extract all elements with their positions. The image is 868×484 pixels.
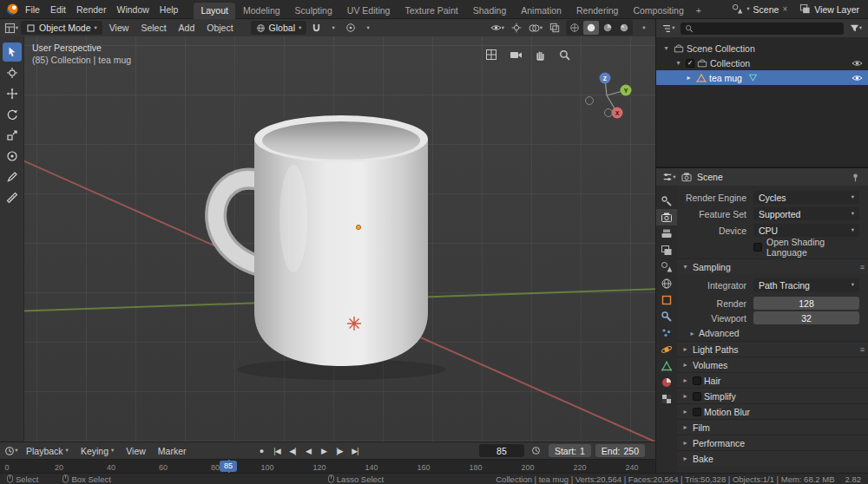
show-overlays-dropdown[interactable]: ▾ bbox=[528, 20, 543, 36]
tab-view-layer-properties[interactable] bbox=[656, 242, 677, 258]
shading-settings-dropdown[interactable]: ▾ bbox=[636, 20, 652, 36]
collection-checkbox[interactable]: ✓ bbox=[686, 59, 694, 68]
tool-rotate[interactable] bbox=[3, 105, 22, 124]
menu-edit[interactable]: Edit bbox=[45, 0, 71, 18]
panel-film[interactable]: ▸ Film bbox=[677, 419, 868, 435]
tab-modeling[interactable]: Modeling bbox=[236, 3, 287, 19]
tea-mug-object[interactable] bbox=[24, 36, 655, 441]
add-workspace-button[interactable]: + bbox=[692, 3, 706, 19]
simplify-checkbox[interactable] bbox=[693, 392, 701, 401]
advanced-subpanel[interactable]: ▸ Advanced bbox=[677, 325, 868, 341]
jump-to-end-button[interactable]: ▶| bbox=[348, 444, 363, 457]
frame-start-field[interactable]: Start: 1 bbox=[549, 444, 591, 457]
outliner-row-collection[interactable]: ▾ ✓ Collection bbox=[656, 56, 868, 70]
menu-help[interactable]: Help bbox=[155, 0, 184, 18]
frame-end-field[interactable]: End: 250 bbox=[595, 444, 645, 457]
proportional-edit-button[interactable] bbox=[343, 20, 358, 36]
mode-dropdown[interactable]: Object Mode ▾ bbox=[21, 21, 102, 35]
menu-keying[interactable]: Keying▾ bbox=[76, 442, 119, 459]
motion-blur-checkbox[interactable] bbox=[693, 408, 701, 416]
tab-texture-properties[interactable] bbox=[656, 390, 677, 407]
auto-keying-button[interactable]: ● bbox=[254, 444, 269, 457]
viewport-3d[interactable]: User Perspective (85) Collection | tea m… bbox=[24, 36, 655, 441]
unlink-scene-button[interactable]: × bbox=[782, 4, 787, 14]
tab-physics-properties[interactable] bbox=[656, 341, 677, 357]
outliner-row-scene-collection[interactable]: ▾ Scene Collection bbox=[656, 41, 868, 56]
menu-select[interactable]: Select bbox=[135, 19, 171, 36]
pin-button[interactable] bbox=[847, 169, 863, 185]
properties-editor-button[interactable]: ▾ bbox=[661, 169, 677, 185]
tab-sculpting[interactable]: Sculpting bbox=[288, 3, 339, 19]
timeline-ruler[interactable]: 0 20 40 60 80 100 120 140 160 180 200 22… bbox=[0, 459, 655, 474]
prev-keyframe-button[interactable]: ◀| bbox=[286, 444, 300, 457]
blender-logo-icon[interactable] bbox=[4, 2, 20, 17]
render-samples-field[interactable]: 128 bbox=[753, 297, 859, 310]
shading-material-button[interactable] bbox=[600, 21, 615, 35]
menu-marker[interactable]: Marker bbox=[153, 442, 192, 459]
outliner-search-input[interactable] bbox=[681, 23, 844, 35]
snap-settings-dropdown[interactable]: ▾ bbox=[326, 20, 341, 36]
navigation-gizmo[interactable]: Z Y X bbox=[582, 68, 636, 121]
tab-object-data-properties[interactable] bbox=[656, 357, 677, 374]
scene-selector[interactable]: ▾ Scene × bbox=[732, 3, 787, 15]
osl-checkbox[interactable] bbox=[753, 243, 762, 252]
tool-move[interactable] bbox=[3, 84, 22, 103]
shading-solid-button[interactable] bbox=[583, 21, 599, 35]
menu-window[interactable]: Window bbox=[111, 0, 154, 18]
panel-hair[interactable]: ▸ Hair bbox=[677, 372, 868, 388]
use-preview-range-button[interactable] bbox=[529, 443, 544, 459]
tab-rendering[interactable]: Rendering bbox=[569, 3, 625, 19]
editor-type-button[interactable]: ▾ bbox=[3, 20, 19, 36]
feature-set-dropdown[interactable]: Supported▾ bbox=[753, 207, 859, 220]
sampling-panel-header[interactable]: ▾ Sampling ≡ bbox=[677, 258, 868, 274]
tab-particle-properties[interactable] bbox=[656, 324, 677, 341]
menu-render[interactable]: Render bbox=[71, 0, 111, 18]
zoom-view-button[interactable] bbox=[556, 47, 572, 62]
panel-volumes[interactable]: ▸ Volumes bbox=[677, 356, 868, 372]
panel-light-paths[interactable]: ▸ Light Paths ≡ bbox=[677, 341, 868, 356]
jump-to-start-button[interactable]: |◀ bbox=[270, 444, 285, 457]
hair-checkbox[interactable] bbox=[693, 376, 701, 385]
object-visibility-dropdown[interactable]: ▾ bbox=[490, 20, 505, 36]
menu-add[interactable]: Add bbox=[174, 19, 201, 36]
tab-animation[interactable]: Animation bbox=[514, 3, 569, 19]
tool-annotate[interactable] bbox=[3, 167, 22, 186]
shading-wireframe-button[interactable] bbox=[567, 21, 582, 35]
xray-toggle-button[interactable] bbox=[547, 20, 562, 36]
tab-scene-properties[interactable] bbox=[656, 258, 677, 275]
menu-playback[interactable]: Playback▾ bbox=[21, 442, 74, 459]
collection-hide-button[interactable] bbox=[852, 59, 863, 68]
panel-motion-blur[interactable]: ▸ Motion Blur bbox=[677, 403, 868, 419]
tool-scale[interactable] bbox=[3, 126, 22, 145]
playhead-frame-badge[interactable]: 85 bbox=[220, 461, 237, 472]
play-reverse-button[interactable]: ◀ bbox=[301, 444, 316, 457]
tab-world-properties[interactable] bbox=[656, 275, 677, 291]
tool-measure[interactable] bbox=[3, 188, 22, 207]
viewport-samples-field[interactable]: 32 bbox=[753, 311, 859, 324]
disclosure-triangle-icon[interactable]: ▾ bbox=[674, 59, 683, 67]
tab-active-tool[interactable] bbox=[656, 193, 677, 209]
integrator-dropdown[interactable]: Path Tracing▾ bbox=[753, 278, 859, 291]
panel-simplify[interactable]: ▸ Simplify bbox=[677, 388, 868, 403]
tool-select-box[interactable] bbox=[3, 43, 22, 62]
menu-view[interactable]: View bbox=[104, 19, 135, 36]
presets-icon[interactable]: ≡ bbox=[860, 263, 865, 271]
presets-icon[interactable]: ≡ bbox=[860, 345, 865, 354]
timeline-editor-button[interactable]: ▾ bbox=[3, 443, 19, 459]
play-button[interactable]: ▶ bbox=[317, 444, 332, 457]
tool-cursor[interactable] bbox=[3, 63, 22, 82]
panel-performance[interactable]: ▸ Performance bbox=[677, 435, 868, 450]
tab-texture-paint[interactable]: Texture Paint bbox=[398, 3, 464, 19]
orientation-dropdown[interactable]: Global ▾ bbox=[251, 21, 307, 35]
object-hide-button[interactable] bbox=[852, 74, 863, 82]
tool-transform[interactable] bbox=[3, 147, 22, 166]
menu-object[interactable]: Object bbox=[201, 19, 238, 36]
disclosure-triangle-icon[interactable]: ▾ bbox=[661, 44, 671, 52]
tab-layout[interactable]: Layout bbox=[194, 3, 235, 19]
proportional-falloff-dropdown[interactable]: ▾ bbox=[360, 20, 376, 36]
menu-timeline-view[interactable]: View bbox=[121, 442, 151, 459]
render-engine-dropdown[interactable]: Cycles▾ bbox=[753, 191, 859, 204]
camera-view-button[interactable] bbox=[508, 47, 523, 62]
gizmo-neg-y-axis[interactable] bbox=[586, 97, 594, 105]
tab-render-properties[interactable] bbox=[656, 209, 677, 226]
